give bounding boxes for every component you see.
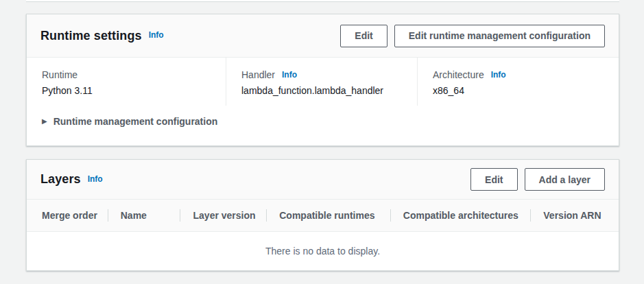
column-header-compatible-runtimes: Compatible runtimes: [266, 200, 390, 231]
column-header-label: Compatible architectures: [403, 210, 518, 221]
edit-runtime-settings-button[interactable]: Edit: [340, 25, 387, 47]
expander-label: Runtime management configuration: [53, 116, 218, 127]
architecture-field-label: Architecture Info: [433, 69, 605, 80]
runtime-settings-title: Runtime settings: [40, 29, 142, 43]
runtime-settings-info-link[interactable]: Info: [149, 30, 164, 40]
runtime-field-label: Runtime: [42, 69, 212, 80]
add-a-layer-button[interactable]: Add a layer: [525, 168, 605, 191]
handler-field-value: lambda_function.lambda_handler: [241, 85, 403, 96]
previous-panel-bottom-edge: [26, 0, 619, 2]
column-divider: [390, 209, 391, 222]
column-header-compatible-architectures: Compatible architectures: [390, 200, 531, 231]
runtime-field-value: Python 3.11: [42, 85, 212, 96]
column-header-label: Compatible runtimes: [279, 210, 374, 221]
column-header-label: Version ARN: [543, 210, 601, 221]
architecture-field: Architecture Info x86_64: [417, 58, 619, 106]
column-header-version-arn: Version ARN: [530, 200, 619, 231]
edit-layers-button[interactable]: Edit: [470, 168, 517, 191]
expander-arrow-icon: ▶: [42, 118, 47, 125]
column-header-label: Merge order: [42, 210, 97, 221]
architecture-info-link[interactable]: Info: [491, 70, 506, 80]
layers-table-header: Merge order Name Layer version Compatibl…: [27, 199, 619, 232]
column-header-merge-order: Merge order: [27, 200, 108, 231]
runtime-settings-fields: Runtime Python 3.11 Handler Info lambda_…: [27, 58, 619, 106]
handler-info-link[interactable]: Info: [282, 70, 297, 80]
runtime-settings-header: Runtime settings Info Edit Edit runtime …: [27, 14, 619, 58]
architecture-field-value: x86_64: [433, 85, 605, 96]
column-divider: [108, 209, 108, 222]
architecture-label-text: Architecture: [433, 69, 484, 80]
handler-field-label: Handler Info: [241, 69, 403, 80]
runtime-settings-actions: Edit Edit runtime management configurati…: [340, 25, 605, 47]
handler-field: Handler Info lambda_function.lambda_hand…: [226, 58, 417, 106]
column-header-label: Name: [121, 210, 147, 221]
layers-info-link[interactable]: Info: [88, 174, 103, 184]
layers-title: Layers: [40, 172, 81, 187]
layers-header: Layers Info Edit Add a layer: [27, 160, 619, 199]
column-divider: [530, 209, 531, 222]
column-header-name: Name: [108, 200, 180, 231]
empty-state-message: There is no data to display.: [265, 246, 380, 257]
runtime-field: Runtime Python 3.11: [27, 58, 226, 106]
layers-actions: Edit Add a layer: [470, 168, 605, 191]
edit-runtime-management-configuration-button[interactable]: Edit runtime management configuration: [394, 25, 605, 47]
runtime-settings-panel: Runtime settings Info Edit Edit runtime …: [26, 14, 619, 146]
column-header-layer-version: Layer version: [180, 200, 267, 231]
column-divider: [266, 209, 267, 222]
layers-panel: Layers Info Edit Add a layer Merge order…: [26, 159, 619, 271]
layers-table-empty-state: There is no data to display.: [27, 232, 619, 270]
handler-label-text: Handler: [241, 69, 275, 80]
column-divider: [180, 209, 180, 222]
column-header-label: Layer version: [193, 210, 256, 221]
runtime-management-configuration-expander[interactable]: ▶ Runtime management configuration: [27, 106, 619, 139]
runtime-label-text: Runtime: [42, 69, 77, 80]
